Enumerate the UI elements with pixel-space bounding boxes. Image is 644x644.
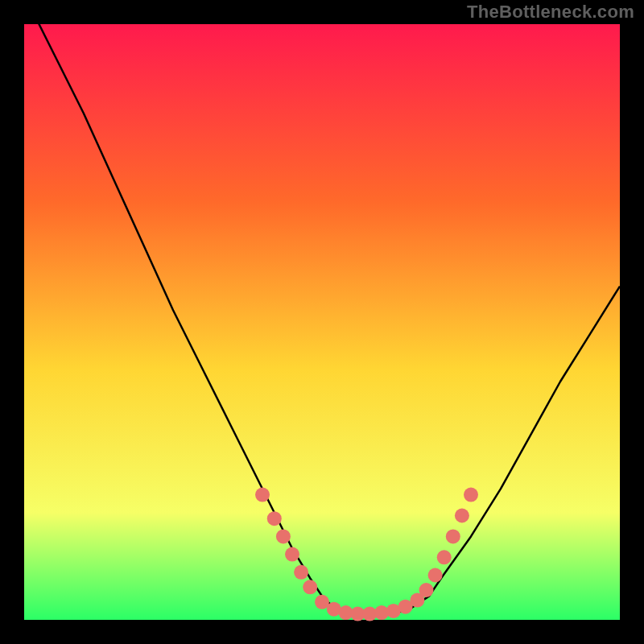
bottleneck-chart [0, 0, 644, 644]
valley-marker [276, 529, 291, 543]
valley-marker [267, 511, 282, 526]
valley-marker [437, 550, 452, 564]
plot-background [24, 24, 620, 620]
valley-marker [285, 547, 299, 562]
valley-marker [303, 580, 317, 594]
valley-marker [255, 488, 270, 502]
watermark-text: TheBottleneck.com [467, 2, 634, 23]
valley-marker [294, 565, 308, 580]
valley-marker [464, 488, 478, 502]
valley-marker [419, 583, 434, 597]
valley-marker [428, 568, 443, 583]
chart-frame: TheBottleneck.com [0, 0, 644, 644]
valley-marker [455, 509, 469, 523]
valley-marker [446, 529, 460, 543]
